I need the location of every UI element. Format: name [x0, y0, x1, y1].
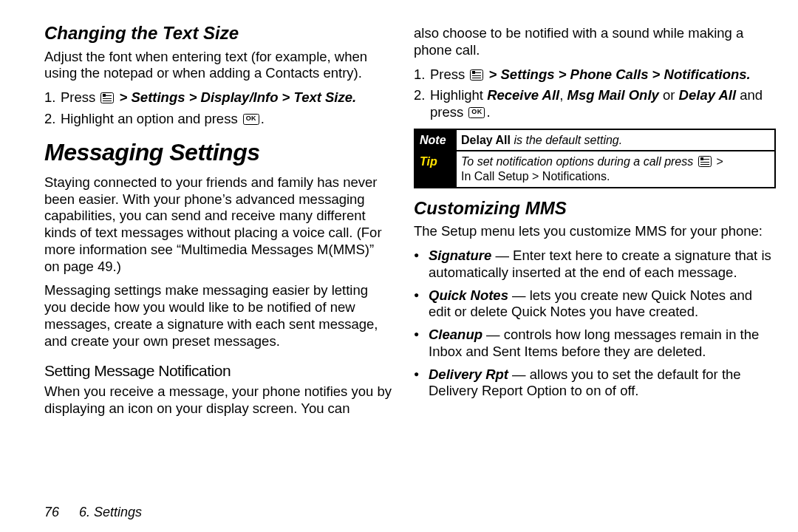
messaging-para-2: Messaging settings make messaging easier…	[44, 282, 392, 349]
notification-step-2: 2. Highlight Receive All, Msg Mail Only …	[414, 87, 776, 121]
heading-customizing-mms: Customizing MMS	[414, 197, 776, 219]
menu-icon	[698, 156, 712, 167]
text-size-step-2: 2. Highlight an option and press .	[44, 111, 392, 128]
heading-text-size: Changing the Text Size	[44, 22, 392, 44]
menu-icon	[100, 92, 114, 103]
page-footer: 76 6. Settings	[44, 504, 142, 520]
note-content: Delay All is the default setting.	[457, 130, 774, 151]
continuation-para: also choose to be notified with a sound …	[414, 25, 776, 59]
mms-bullet-deliveryrpt: Delivery Rpt — allows you to set the def…	[414, 366, 776, 400]
page-number: 76	[44, 505, 59, 519]
notification-step-1: 1. Press > Settings > Phone Calls > Noti…	[414, 66, 776, 83]
mms-bullet-cleanup: Cleanup — controls how long messages rem…	[414, 327, 776, 361]
mms-bullet-signature: Signature — Enter text here to create a …	[414, 248, 776, 282]
note-row: Note Delay All is the default setting.	[415, 130, 774, 151]
menu-icon	[470, 69, 483, 81]
mms-para: The Setup menu lets you customize MMS fo…	[414, 223, 776, 240]
mms-bullets: Signature — Enter text here to create a …	[414, 248, 776, 400]
ok-icon	[243, 114, 259, 125]
mms-bullet-quicknotes: Quick Notes — lets you create new Quick …	[414, 287, 776, 321]
notification-para: When you receive a message, your phone n…	[44, 383, 392, 417]
heading-messaging-settings: Messaging Settings	[44, 138, 392, 167]
tip-content: To set notification options during a cal…	[457, 150, 774, 186]
note-tip-box: Note Delay All is the default setting. T…	[414, 129, 776, 188]
heading-setting-notification: Setting Message Notification	[44, 361, 392, 381]
ok-icon	[468, 107, 485, 118]
tip-row: Tip To set notification options during a…	[415, 150, 774, 186]
right-column: also choose to be notified with a sound …	[414, 22, 776, 495]
notification-steps: 1. Press > Settings > Phone Calls > Noti…	[414, 66, 776, 121]
text-size-steps: 1. Press > Settings > Display/Info > Tex…	[44, 89, 392, 128]
messaging-para-1: Staying connected to your friends and fa…	[44, 174, 392, 276]
text-size-step-1: 1. Press > Settings > Display/Info > Tex…	[44, 89, 392, 106]
note-label: Note	[415, 130, 457, 151]
section-title: 6. Settings	[79, 505, 142, 519]
page-columns: Changing the Text Size Adjust the font w…	[44, 22, 776, 495]
left-column: Changing the Text Size Adjust the font w…	[44, 22, 392, 495]
tip-label: Tip	[415, 150, 457, 186]
text-size-paragraph: Adjust the font when entering text (for …	[44, 49, 392, 83]
